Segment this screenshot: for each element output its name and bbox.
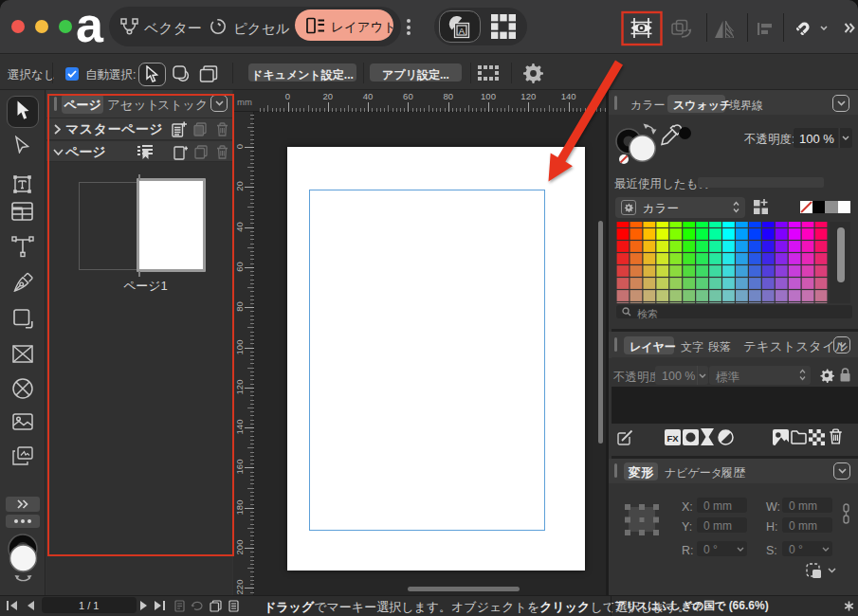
svg-text:FX: FX [666,433,679,444]
svg-text:a: a [76,8,104,45]
svg-text:A: A [459,26,466,36]
